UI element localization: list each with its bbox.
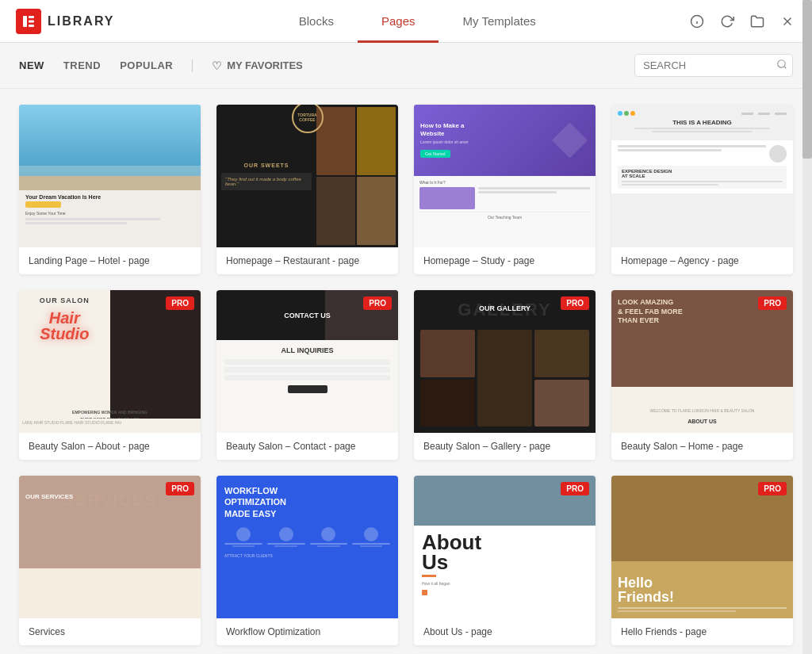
- card-workflow[interactable]: WORKFLOWOPTIMIZATIONMADE EASY: [216, 476, 398, 645]
- card-services[interactable]: SERVICES OUR SERVICES PRO Services: [19, 476, 201, 645]
- card-restaurant[interactable]: OUR SWEETS "They find out it made a body…: [216, 105, 398, 274]
- close-icon[interactable]: [779, 13, 796, 30]
- card-label-salon-home: Beauty Salon – Home - page: [611, 433, 793, 460]
- tab-my-templates[interactable]: My Templates: [439, 2, 559, 43]
- info-icon[interactable]: [688, 13, 706, 30]
- svg-rect-1: [29, 16, 34, 18]
- nav-tabs: Blocks Pages My Templates: [147, 1, 688, 41]
- card-label-hello-friends: Hello Friends - page: [611, 618, 793, 645]
- card-hotel[interactable]: Your Dream Vacation Is Here Enjoy Some Y…: [19, 105, 201, 274]
- pro-badge-services: PRO: [166, 482, 194, 495]
- card-thumb-study: How to Make aWebsite Lorem ipsum dolor s…: [414, 105, 596, 247]
- favorites-filter[interactable]: ♡ MY FAVORITES: [212, 59, 303, 72]
- card-label-services: Services: [19, 618, 201, 645]
- card-label-restaurant: Homepage – Restaurant - page: [216, 247, 398, 274]
- scrollbar[interactable]: [802, 0, 812, 654]
- card-label-about-us: About Us - page: [414, 618, 596, 645]
- card-thumb-hello-friends: HelloFriends! PRO: [611, 476, 793, 618]
- pro-badge-salon-gallery: PRO: [561, 296, 589, 310]
- logo-area: LIBRARY: [16, 9, 115, 34]
- folder-icon[interactable]: [749, 13, 766, 30]
- card-thumb-salon-home: LOOK AMAZING& FEEL FAB MORETHAN EVER WEL…: [611, 290, 793, 433]
- card-label-workflow: Workflow Optimization: [216, 618, 398, 645]
- card-label-salon-about: Beauty Salon – About - page: [19, 433, 201, 460]
- refresh-icon[interactable]: [718, 13, 736, 30]
- pro-badge-about-us: PRO: [561, 482, 589, 495]
- pro-badge-salon-contact: PRO: [363, 296, 392, 310]
- card-label-study: Homepage – Study - page: [414, 247, 596, 274]
- card-hello-friends[interactable]: HelloFriends! PRO Hello Friends - page: [611, 476, 793, 645]
- filter-new[interactable]: NEW: [19, 59, 44, 71]
- card-about-us[interactable]: AboutUs How it all began PRO About Us - …: [414, 476, 596, 645]
- card-thumb-about-us: AboutUs How it all began PRO: [414, 476, 596, 618]
- filter-popular[interactable]: POPULAR: [120, 59, 173, 71]
- favorites-label: MY FAVORITES: [227, 59, 303, 71]
- svg-line-10: [784, 67, 787, 69]
- tab-blocks[interactable]: Blocks: [275, 2, 358, 43]
- heart-icon: ♡: [212, 59, 222, 72]
- search-input[interactable]: [643, 59, 776, 71]
- card-thumb-services: SERVICES OUR SERVICES PRO: [19, 476, 201, 618]
- card-label-salon-gallery: Beauty Salon – Gallery - page: [414, 433, 596, 460]
- card-thumb-workflow: WORKFLOWOPTIMIZATIONMADE EASY: [216, 476, 398, 618]
- card-study[interactable]: How to Make aWebsite Lorem ipsum dolor s…: [414, 105, 596, 274]
- elementor-logo-icon: [16, 9, 41, 34]
- scrollbar-thumb[interactable]: [802, 0, 812, 159]
- header-actions: [688, 13, 796, 30]
- tab-pages[interactable]: Pages: [358, 2, 439, 43]
- card-salon-home[interactable]: LOOK AMAZING& FEEL FAB MORETHAN EVER WEL…: [611, 290, 793, 460]
- card-thumb-salon-about: OUR SALON HairStudio EMPOWERING WOMEN AN…: [19, 290, 201, 433]
- pro-badge-salon-about: PRO: [166, 296, 194, 310]
- logo-text: LIBRARY: [48, 14, 115, 29]
- filter-divider: [192, 59, 193, 72]
- card-thumb-agency: THIS IS A HEADING EX: [611, 105, 793, 247]
- filter-trend[interactable]: TREND: [63, 59, 101, 71]
- card-agency[interactable]: THIS IS A HEADING EX: [611, 105, 793, 274]
- filter-bar: NEW TREND POPULAR ♡ MY FAVORITES: [0, 43, 812, 89]
- pro-badge-hello-friends: PRO: [758, 482, 787, 495]
- card-label-agency: Homepage – Agency - page: [611, 247, 793, 274]
- card-salon-about[interactable]: OUR SALON HairStudio EMPOWERING WOMEN AN…: [19, 290, 201, 460]
- card-salon-contact[interactable]: CONTACT US ALL INQUIRIES PRO Beauty Salo…: [216, 290, 398, 460]
- card-salon-gallery[interactable]: GALLERY OUR GALLERY PRO Beauty Salon – G…: [414, 290, 596, 460]
- card-thumb-restaurant: OUR SWEETS "They find out it made a body…: [216, 105, 398, 247]
- template-grid: Your Dream Vacation Is Here Enjoy Some Y…: [19, 105, 793, 645]
- svg-rect-2: [29, 20, 34, 22]
- svg-rect-0: [23, 16, 27, 27]
- svg-point-9: [778, 60, 785, 67]
- search-icon: [776, 59, 787, 72]
- card-thumb-salon-contact: CONTACT US ALL INQUIRIES PRO: [216, 290, 398, 433]
- card-thumb-hotel: Your Dream Vacation Is Here Enjoy Some Y…: [19, 105, 201, 247]
- card-label-salon-contact: Beauty Salon – Contact - page: [216, 433, 398, 460]
- card-label-hotel: Landing Page – Hotel - page: [19, 247, 201, 274]
- card-thumb-salon-gallery: GALLERY OUR GALLERY PRO: [414, 290, 596, 433]
- search-area: [634, 54, 793, 77]
- pro-badge-salon-home: PRO: [758, 296, 787, 310]
- grid-container: Your Dream Vacation Is Here Enjoy Some Y…: [0, 89, 812, 654]
- svg-rect-3: [29, 25, 34, 27]
- header: LIBRARY Blocks Pages My Templates: [0, 0, 812, 43]
